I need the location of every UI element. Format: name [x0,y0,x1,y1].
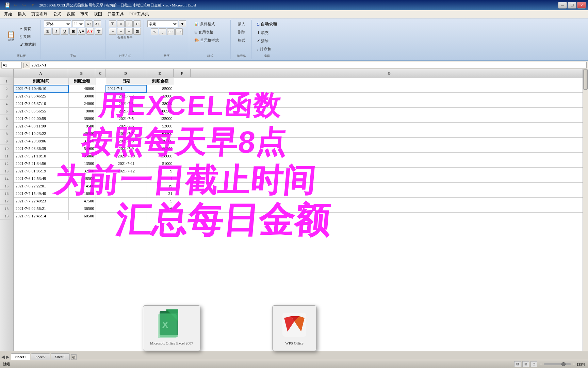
cell-A18[interactable]: 2021-7-9 02:56:21 [14,205,68,213]
cell-C13[interactable] [96,168,106,175]
cell-A3[interactable]: 2021-7-2 06:46:25 [14,93,68,100]
col-header-D[interactable]: D [105,69,146,77]
cell-A19[interactable]: 2021-7-9 12:45:14 [14,213,68,220]
cell-F13[interactable] [174,168,191,175]
cell-D12[interactable]: 2021-7-11 [106,160,147,168]
font-family-select[interactable]: 宋体 [44,20,71,27]
cell-F7[interactable] [174,123,191,130]
cell-C9[interactable] [96,138,106,145]
table-format-button[interactable]: ⊞ 套用表格 [193,29,228,36]
cell-F14[interactable] [174,175,191,183]
wrap-text-button[interactable]: ↵ [133,20,141,27]
cell-B9[interactable]: 37500 [68,138,96,145]
row-header-6[interactable]: 6 [0,115,13,122]
cell-E14[interactable]: 4 [147,175,174,183]
cell-F11[interactable] [174,153,191,160]
cell-B2[interactable]: 46000 [68,85,96,93]
cell-B19[interactable]: 60500 [68,213,96,220]
cell-D4[interactable]: 2021-7-3 [106,100,147,108]
cell-E3[interactable]: 33000 [147,93,174,100]
cell-A2[interactable]: 2021-7-1 10:48:10 [14,85,68,93]
cell-A8[interactable]: 2021-7-4 10:23:22 [14,130,68,138]
cell-E18[interactable]: 6 [147,205,174,213]
cell-A17[interactable]: 2021-7-7 22:40:23 [14,198,68,205]
italic-button[interactable]: I [52,28,60,35]
cell-D11[interactable]: 2021-7-10 [106,153,147,160]
row-header-18[interactable]: 18 [0,205,13,212]
row-header-12[interactable]: 12 [0,160,13,167]
vertical-scrollbar[interactable] [583,69,588,351]
cell-B13[interactable]: 32500 [68,168,96,175]
decrease-font-button[interactable]: A↓ [94,20,101,27]
cell-E5[interactable]: 06500 [147,108,174,115]
cell-G2[interactable] [191,85,588,93]
row-header-5[interactable]: 5 [0,107,13,115]
cell-F18[interactable] [174,205,191,213]
cell-E15[interactable]: 19 [147,183,174,190]
row-header-19[interactable]: 19 [0,212,13,220]
cell-A15[interactable]: 2021-7-6 22:22:01 [14,183,68,190]
cell-F17[interactable] [174,198,191,205]
insert-sheet-button[interactable]: ⊕ [71,354,77,360]
cell-B18[interactable]: 36500 [68,205,96,213]
paste-button[interactable]: 📋 粘贴 [5,30,17,44]
row-header-8[interactable]: 8 [0,130,13,137]
cell-B1[interactable]: 到账金额 [68,78,96,85]
sheet-tab-3[interactable]: Sheet3 [51,353,70,360]
row-header-10[interactable]: 10 [0,145,13,152]
sheet-tab-1[interactable]: Sheet1 [11,353,30,360]
row-header-2[interactable]: 2 [0,85,13,92]
cell-E9[interactable]: 36500 [147,138,174,145]
cell-E11[interactable]: 156000 [147,153,174,160]
cell-G15[interactable] [191,183,588,190]
sheet-nav-left[interactable]: ◀ [1,354,5,360]
cell-E1[interactable]: 到账金额 [147,78,174,85]
merge-button[interactable]: ⊡ [133,28,141,35]
cell-B11[interactable]: 35000 [68,153,96,160]
cell-B7[interactable]: 9500 [68,123,96,130]
cell-E6[interactable]: 135000 [147,115,174,123]
cell-G14[interactable] [191,175,588,183]
row-header-4[interactable]: 4 [0,100,13,107]
wps-icon[interactable] [281,311,308,338]
row-header-9[interactable]: 9 [0,137,13,145]
cell-D14[interactable] [106,175,147,183]
cell-C19[interactable] [96,213,106,220]
cell-F12[interactable] [174,160,191,168]
col-header-F[interactable]: F [174,69,191,77]
cell-C7[interactable] [96,123,106,130]
strikethrough-button[interactable]: 文 [95,28,102,35]
cell-C12[interactable] [96,160,106,168]
fill-button[interactable]: ⬇ 填充 [255,29,270,36]
cell-F16[interactable] [174,190,191,198]
cell-F6[interactable] [174,115,191,123]
undo-button[interactable]: ↩ [12,1,19,9]
cell-E10[interactable]: 60500 [147,145,174,153]
menu-item-pdf[interactable]: PDF工具集 [127,11,152,18]
menu-item-start[interactable]: 开始 [1,11,15,18]
clear-button[interactable]: ✗ 清除 [255,37,270,45]
minimize-button[interactable]: — [558,2,567,9]
cell-F15[interactable] [174,183,191,190]
row-header-14[interactable]: 14 [0,175,13,182]
fill-color-button[interactable]: A▼ [78,28,85,35]
cell-C3[interactable] [96,93,106,100]
cell-B5[interactable]: 9000 [68,108,96,115]
col-header-B[interactable]: B [68,69,95,77]
cell-B4[interactable]: 24000 [68,100,96,108]
cell-G13[interactable] [191,168,588,175]
redo-button[interactable]: ↪ [20,1,28,9]
col-header-E[interactable]: E [146,69,174,77]
cell-G1[interactable] [191,78,588,85]
cell-D16[interactable] [106,190,147,198]
cell-D19[interactable] [106,213,147,220]
cell-D8[interactable]: 2021-7-7 [106,130,147,138]
cell-C17[interactable] [96,198,106,205]
font-color-button[interactable]: A▼ [86,28,94,35]
cell-F3[interactable] [174,93,191,100]
cell-D18[interactable] [106,205,147,213]
cell-A11[interactable]: 2021-7-5 21:18:10 [14,153,68,160]
cell-C11[interactable] [96,153,106,160]
cell-B15[interactable]: 4500 [68,183,96,190]
menu-item-view[interactable]: 视图 [91,11,105,18]
